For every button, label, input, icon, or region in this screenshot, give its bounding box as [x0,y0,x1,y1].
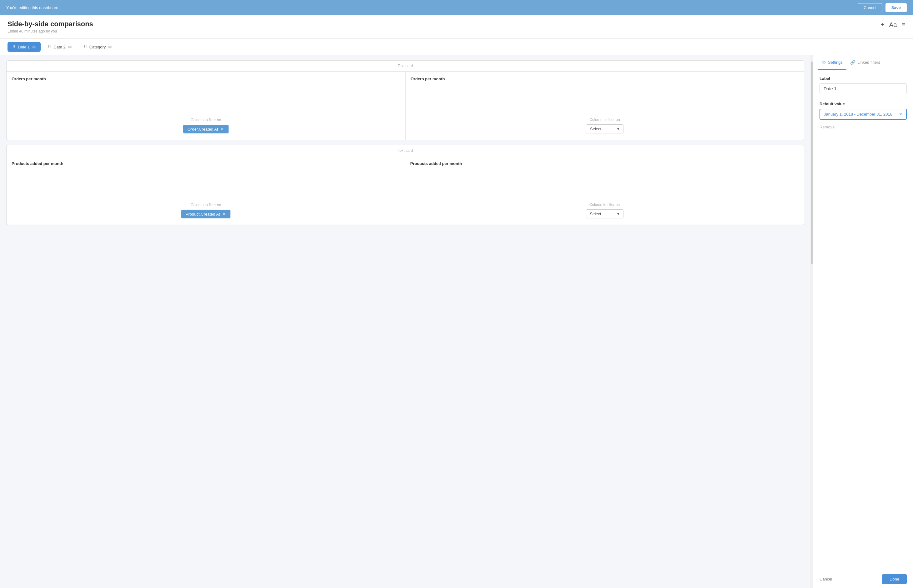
card-products-left-filter: Column to filter on Product.Created At ✕ [11,203,400,218]
drag-icon-category: ⠿ [84,44,87,49]
card-section-products: Text card Products added per month Colum… [6,145,804,225]
page-title: Side-by-side comparisons [8,20,93,28]
filter-settings-icon[interactable]: ≡ [902,21,905,28]
card-header-label-orders: Text card [398,64,413,68]
remove-product-created-at-button[interactable]: ✕ [222,212,226,216]
card-orders-right-filter: Column to filter on Select... ▾ [411,118,799,133]
products-column-select-placeholder: Select... [590,212,605,216]
add-icon[interactable]: + [881,21,884,28]
product-created-at-badge-text: Product.Created At [186,212,220,216]
header-title-area: Side-by-side comparisons Edited 40 minut… [8,20,93,34]
sidebar-cancel-button[interactable]: Cancel [819,577,832,582]
filter-bar: ⠿ Date 1 ⚙ ⠿ Date 2 ⚙ ⠿ Category ⚙ [0,39,913,55]
card-section-orders-header: Text card [6,60,804,71]
linked-filters-tab-label: Linked filters [857,60,880,65]
top-banner: You're editing this dashboard. Cancel Sa… [0,0,913,15]
orders-column-select[interactable]: Select... ▾ [586,124,623,133]
card-section-products-header: Text card [6,145,804,156]
drag-icon-date2: ⠿ [48,44,51,49]
settings-sidebar: ⚙ Settings 🔗 Linked filters Label Defaul… [813,55,913,588]
card-orders-left-filter: Column to filter on Order.Created At ✕ [11,118,400,133]
filter-tab-date2-label: Date 2 [53,45,65,49]
select-chevron-down-icon: ▾ [617,126,619,131]
card-products-right-filter: Column to filter on Select... ▾ [410,202,799,218]
clear-default-value-button[interactable]: ✕ [899,112,902,116]
settings-tab-label: Settings [828,60,843,65]
products-column-select[interactable]: Select... ▾ [586,209,623,218]
banner-text: You're editing this dashboard. [6,5,60,10]
sidebar-tabs: ⚙ Settings 🔗 Linked filters [813,55,913,70]
card-orders-left: Orders per month Column to filter on Ord… [6,71,405,140]
dashboard-content: Text card Orders per month Column to fil… [0,55,811,588]
card-products-left-title: Products added per month [11,161,400,166]
sidebar-footer: Cancel Done [813,569,913,588]
drag-icon-date1: ⠿ [12,44,15,49]
tab-settings[interactable]: ⚙ Settings [818,55,847,69]
order-created-at-badge[interactable]: Order.Created At ✕ [183,124,229,133]
card-products-right-title: Products added per month [410,161,799,166]
card-row-products: Products added per month Column to filte… [6,156,804,225]
products-select-chevron-down-icon: ▾ [617,212,619,216]
page-subtitle: Edited 40 minutes ago by you [8,29,93,34]
font-size-icon[interactable]: Aa [889,21,897,28]
card-orders-left-title: Orders per month [11,76,400,81]
filter-tab-date1-label: Date 1 [18,45,30,49]
card-products-right: Products added per month Column to filte… [405,156,804,225]
header-actions: + Aa ≡ [881,21,905,28]
filter-tab-date2[interactable]: ⠿ Date 2 ⚙ [43,42,76,52]
remove-filter-link[interactable]: Remove [819,124,907,129]
card-row-orders: Orders per month Column to filter on Ord… [6,71,804,140]
gear-icon-category[interactable]: ⚙ [108,45,112,49]
label-field-label: Label [819,76,907,81]
filter-label-orders-left: Column to filter on [191,118,221,122]
scrollbar-track[interactable] [811,55,813,588]
tab-linked-filters[interactable]: 🔗 Linked filters [847,55,884,69]
orders-column-select-placeholder: Select... [590,126,605,131]
product-created-at-badge[interactable]: Product.Created At ✕ [181,210,231,218]
banner-save-button[interactable]: Save [885,3,907,12]
page-header: Side-by-side comparisons Edited 40 minut… [0,15,913,39]
sidebar-body: Label Default value January 1, 2018 - De… [813,70,913,569]
filter-label-products-right: Column to filter on [589,202,620,207]
card-orders-right: Orders per month Column to filter on Sel… [405,71,804,140]
banner-actions: Cancel Save [858,3,907,12]
gear-icon-date1[interactable]: ⚙ [32,45,36,49]
settings-tab-icon: ⚙ [822,60,826,65]
card-header-label-products: Text card [398,149,413,153]
default-value-field-label: Default value [819,102,907,106]
card-orders-right-title: Orders per month [411,76,799,81]
linked-filters-tab-icon: 🔗 [850,60,855,65]
filter-label-products-left: Column to filter on [191,203,221,207]
filter-tab-date1[interactable]: ⠿ Date 1 ⚙ [8,42,40,52]
label-field-input[interactable] [819,83,907,94]
filter-tab-category[interactable]: ⠿ Category ⚙ [79,42,117,52]
card-products-left: Products added per month Column to filte… [6,156,405,225]
filter-label-orders-right: Column to filter on [589,118,620,122]
default-value-input[interactable]: January 1, 2018 - December 31, 2018 ✕ [819,109,907,120]
remove-order-created-at-button[interactable]: ✕ [220,126,224,131]
banner-cancel-button[interactable]: Cancel [858,3,882,12]
filter-tab-category-label: Category [89,45,106,49]
gear-icon-date2[interactable]: ⚙ [68,45,72,49]
sidebar-done-button[interactable]: Done [882,574,907,584]
main-layout: Text card Orders per month Column to fil… [0,55,913,588]
default-value-text: January 1, 2018 - December 31, 2018 [824,112,892,116]
order-created-at-badge-text: Order.Created At [188,127,218,131]
scrollbar-thumb [811,61,813,264]
card-section-orders: Text card Orders per month Column to fil… [6,60,804,140]
